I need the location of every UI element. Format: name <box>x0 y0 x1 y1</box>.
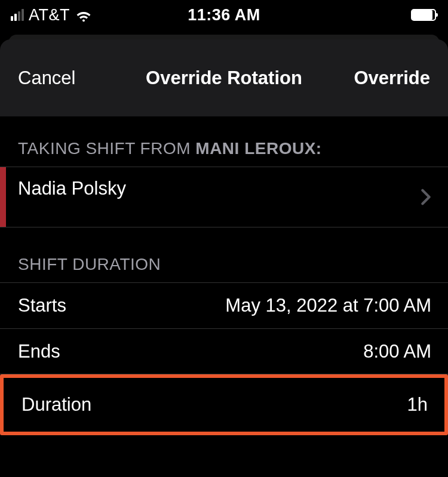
modal-sheet: Cancel Override Rotation Override <box>0 39 448 116</box>
cancel-button[interactable]: Cancel <box>18 67 76 89</box>
ends-label: Ends <box>18 341 60 362</box>
page-title: Override Rotation <box>146 67 302 89</box>
starts-label: Starts <box>18 295 66 316</box>
starts-row[interactable]: Starts May 13, 2022 at 7:00 AM <box>0 283 448 328</box>
duration-value: 1h <box>407 394 428 416</box>
duration-label: Duration <box>22 394 91 416</box>
shift-duration-group: Starts May 13, 2022 at 7:00 AM Ends 8:00… <box>0 282 448 374</box>
shift-duration-header: SHIFT DURATION <box>0 255 448 282</box>
override-button[interactable]: Override <box>354 67 430 89</box>
taking-shift-header: TAKING SHIFT FROM MANI LEROUX: <box>0 139 448 167</box>
signal-icon <box>11 9 24 21</box>
chevron-right-icon <box>421 189 431 205</box>
duration-row[interactable]: Duration 1h <box>4 378 444 432</box>
assignee-group: Nadia Polsky <box>0 167 448 227</box>
assignee-name: Nadia Polsky <box>18 167 126 199</box>
content: TAKING SHIFT FROM MANI LEROUX: Nadia Pol… <box>0 116 448 435</box>
ends-row[interactable]: Ends 8:00 AM <box>0 328 448 374</box>
carrier-label: AT&T <box>29 6 70 24</box>
status-left: AT&T <box>11 6 93 24</box>
battery-icon <box>411 9 436 21</box>
taking-shift-prefix: TAKING SHIFT FROM <box>18 139 195 158</box>
taking-shift-from-name: MANI LEROUX: <box>195 139 321 158</box>
status-time: 11:36 AM <box>188 6 260 24</box>
ends-value: 8:00 AM <box>363 341 431 362</box>
starts-value: May 13, 2022 at 7:00 AM <box>225 295 431 316</box>
duration-highlight: Duration 1h <box>0 374 448 435</box>
assignee-row[interactable]: Nadia Polsky <box>0 167 448 227</box>
nav-bar: Cancel Override Rotation Override <box>0 39 448 116</box>
status-bar: AT&T 11:36 AM <box>0 0 448 30</box>
wifi-icon <box>75 6 93 24</box>
status-right <box>411 9 436 21</box>
